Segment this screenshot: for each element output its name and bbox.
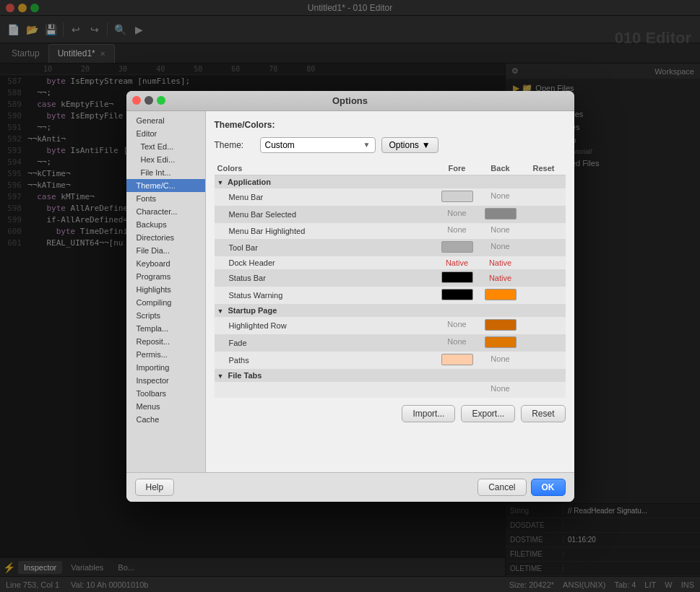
fore-cell[interactable] — [436, 188, 479, 206]
theme-select[interactable]: Custom ▼ — [260, 137, 376, 153]
fore-cell[interactable]: None — [436, 317, 479, 334]
dialog-minimize-btn[interactable] — [144, 96, 153, 105]
reset-button[interactable]: Reset — [521, 405, 565, 422]
sidebar-item-character[interactable]: Character... — [126, 205, 205, 218]
color-row-label: Menu Bar Selected — [215, 206, 436, 223]
dialog-content: 010 Editor Theme/Colors: Theme: Custom ▼… — [206, 111, 574, 472]
reset-cell — [522, 223, 566, 239]
fore-cell[interactable]: None — [436, 223, 479, 239]
sidebar-item-text-ed[interactable]: Text Ed... — [126, 140, 205, 153]
reset-cell — [522, 382, 566, 398]
options-label: Options — [389, 140, 419, 150]
cancel-button[interactable]: Cancel — [478, 479, 526, 496]
sidebar-item-hex-ed[interactable]: Hex Edi... — [126, 153, 205, 166]
sidebar-item-backups[interactable]: Backups — [126, 218, 205, 231]
sidebar-item-templates[interactable]: Templa... — [126, 322, 205, 335]
section-startup-page: ▼ Startup Page — [215, 304, 566, 317]
sidebar-item-highlights[interactable]: Highlights — [126, 283, 205, 296]
sidebar-item-file-dia[interactable]: File Dia... — [126, 244, 205, 257]
color-row-label: Menu Bar — [215, 188, 436, 206]
sidebar-item-theme[interactable]: Theme/C... — [126, 179, 205, 192]
fore-cell[interactable]: None — [436, 206, 479, 223]
col-reset: Reset — [522, 162, 566, 175]
col-back: Back — [479, 162, 522, 175]
dialog-title: Options — [332, 95, 368, 106]
sidebar-item-reposit[interactable]: Reposit... — [126, 335, 205, 348]
sidebar-item-compiling[interactable]: Compiling — [126, 296, 205, 309]
fore-cell — [436, 382, 479, 398]
reset-cell — [522, 287, 566, 304]
table-row: None — [215, 382, 566, 398]
table-row: Fade None — [215, 334, 566, 352]
back-cell: None — [479, 382, 522, 398]
section-application: ▼ Application — [215, 175, 566, 188]
sidebar-item-permis[interactable]: Permis... — [126, 348, 205, 361]
color-row-label: Menu Bar Highlighted — [215, 223, 436, 239]
modal-overlay: Options General Editor Text Ed... Hex Ed… — [0, 0, 700, 592]
reset-cell — [522, 188, 566, 206]
dialog-sidebar: General Editor Text Ed... Hex Edi... Fil… — [126, 111, 206, 472]
colors-table: Colors Fore Back Reset ▼ Application Men… — [215, 162, 566, 398]
reset-cell — [522, 256, 566, 269]
color-row-label: Highlighted Row — [215, 317, 436, 334]
fore-cell[interactable] — [436, 239, 479, 256]
collapse-arrow-icon: ▼ — [217, 373, 224, 380]
sidebar-item-scripts[interactable]: Scripts — [126, 309, 205, 322]
sidebar-item-keyboard[interactable]: Keyboard — [126, 257, 205, 270]
ok-button[interactable]: OK — [531, 479, 566, 496]
dropdown-arrow-icon: ▼ — [422, 140, 431, 150]
sidebar-item-cache[interactable]: Cache — [126, 413, 205, 426]
sidebar-item-general[interactable]: General — [126, 114, 205, 127]
reset-cell — [522, 317, 566, 334]
fore-cell[interactable] — [436, 287, 479, 304]
import-button[interactable]: Import... — [402, 405, 455, 422]
table-row: Dock Header Native Native — [215, 256, 566, 269]
options-dialog: Options General Editor Text Ed... Hex Ed… — [126, 91, 574, 502]
dialog-traffic-lights — [132, 96, 165, 105]
sidebar-item-importing[interactable]: Importing — [126, 361, 205, 374]
color-row-label: Paths — [215, 352, 436, 369]
collapse-arrow-icon: ▼ — [217, 179, 224, 186]
back-cell[interactable]: None — [479, 352, 522, 369]
collapse-arrow-icon: ▼ — [217, 308, 224, 315]
theme-label: Theme: — [215, 140, 254, 150]
table-row: Status Warning — [215, 287, 566, 304]
back-cell[interactable]: Native — [479, 269, 522, 287]
sidebar-item-inspector[interactable]: Inspector — [126, 374, 205, 387]
back-cell[interactable]: None — [479, 239, 522, 256]
sidebar-item-menus[interactable]: Menus — [126, 400, 205, 413]
back-cell[interactable] — [479, 287, 522, 304]
reset-cell — [522, 269, 566, 287]
table-row: Status Bar Native — [215, 269, 566, 287]
sidebar-item-editor[interactable]: Editor — [126, 127, 205, 140]
sidebar-item-file-int[interactable]: File Int... — [126, 166, 205, 179]
sidebar-item-fonts[interactable]: Fonts — [126, 192, 205, 205]
dialog-close-btn[interactable] — [132, 96, 141, 105]
back-cell[interactable]: None — [479, 223, 522, 239]
fore-cell[interactable] — [436, 269, 479, 287]
fore-cell[interactable]: Native — [436, 256, 479, 269]
sidebar-item-toolbars[interactable]: Toolbars — [126, 387, 205, 400]
back-cell[interactable]: Native — [479, 256, 522, 269]
col-fore: Fore — [436, 162, 479, 175]
reset-cell — [522, 239, 566, 256]
back-cell[interactable]: None — [479, 188, 522, 206]
fore-cell[interactable]: None — [436, 334, 479, 352]
table-row: Highlighted Row None — [215, 317, 566, 334]
sidebar-item-dirs[interactable]: Directories — [126, 231, 205, 244]
section-header: Theme/Colors: — [215, 120, 566, 130]
help-button[interactable]: Help — [135, 479, 175, 496]
options-button[interactable]: Options ▼ — [381, 137, 438, 153]
back-cell[interactable] — [479, 334, 522, 352]
color-row-label: Status Bar — [215, 269, 436, 287]
theme-value: Custom — [265, 140, 295, 150]
dialog-zoom-btn[interactable] — [157, 96, 165, 105]
back-cell[interactable] — [479, 206, 522, 223]
table-row: Paths None — [215, 352, 566, 369]
table-row: Tool Bar None — [215, 239, 566, 256]
sidebar-item-programs[interactable]: Programs — [126, 270, 205, 283]
fore-cell[interactable] — [436, 352, 479, 369]
col-colors: Colors — [215, 162, 436, 175]
export-button[interactable]: Export... — [461, 405, 515, 422]
back-cell[interactable] — [479, 317, 522, 334]
